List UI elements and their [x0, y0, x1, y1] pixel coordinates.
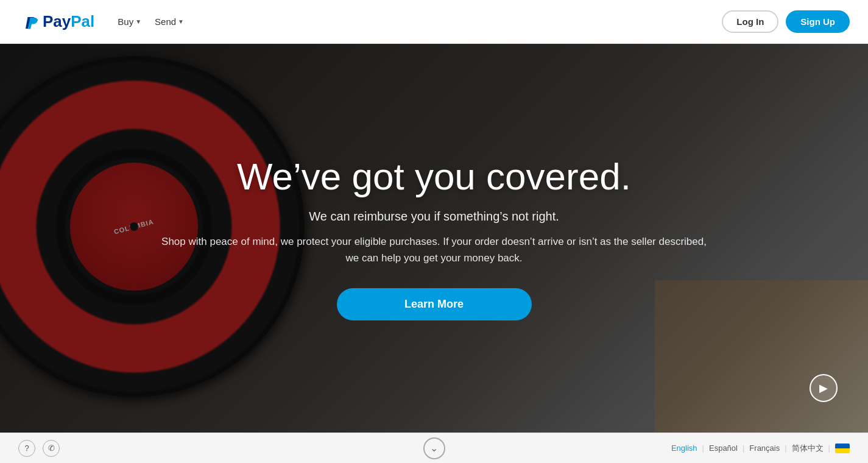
- chevron-down-icon: ⌄: [430, 442, 438, 454]
- signup-button[interactable]: Sign Up: [786, 10, 850, 33]
- help-icon: ?: [24, 444, 29, 453]
- buy-nav-button[interactable]: Buy ▼: [113, 14, 146, 29]
- hero-content: We’ve got you covered. We can reimburse …: [124, 156, 745, 321]
- nav-auth: Log In Sign Up: [722, 10, 850, 33]
- phone-button[interactable]: ✆: [43, 440, 60, 457]
- navbar: PayPal Buy ▼ Send ▼ Log In Sign Up: [0, 0, 868, 44]
- send-nav-button[interactable]: Send ▼: [150, 14, 189, 29]
- phone-icon: ✆: [48, 444, 55, 453]
- lang-separator-4: |: [828, 444, 830, 453]
- footer-bar: ? ✆ ⌄ English | Español | Français | 简体中…: [0, 433, 868, 463]
- login-button[interactable]: Log In: [722, 10, 778, 33]
- lang-separator-2: |: [743, 444, 744, 453]
- hero-body-text: Shop with peace of mind, we protect your…: [160, 233, 708, 266]
- paypal-wordmark: PayPal: [43, 12, 94, 31]
- footer-icon-group: ? ✆: [18, 440, 60, 457]
- lang-separator-1: |: [702, 444, 704, 453]
- nav-links: Buy ▼ Send ▼: [113, 14, 189, 29]
- paypal-logo-icon: [18, 11, 40, 33]
- lang-francais-link[interactable]: Français: [749, 444, 780, 453]
- send-chevron-icon: ▼: [178, 18, 184, 25]
- buy-chevron-icon: ▼: [135, 18, 141, 25]
- help-button[interactable]: ?: [18, 440, 35, 457]
- ukraine-flag-icon: [835, 444, 850, 453]
- play-icon: ▶: [819, 381, 828, 395]
- lang-espanol-link[interactable]: Español: [709, 444, 738, 453]
- learn-more-button[interactable]: Learn More: [337, 288, 532, 320]
- scroll-down-button[interactable]: ⌄: [423, 437, 445, 459]
- hero-section: COLUMBIA We’ve got you covered. We can r…: [0, 44, 868, 433]
- footer-scroll-area: ⌄: [423, 437, 445, 459]
- hero-title: We’ve got you covered.: [160, 156, 708, 197]
- hero-subtitle: We can reimburse you if something’s not …: [160, 210, 708, 224]
- logo: PayPal: [18, 11, 94, 33]
- lang-separator-3: |: [785, 444, 786, 453]
- lang-chinese-link[interactable]: 简体中文: [792, 443, 824, 454]
- lang-english-link[interactable]: English: [671, 444, 697, 453]
- footer-language-selector: English | Español | Français | 简体中文 |: [671, 443, 850, 454]
- play-video-button[interactable]: ▶: [810, 374, 838, 402]
